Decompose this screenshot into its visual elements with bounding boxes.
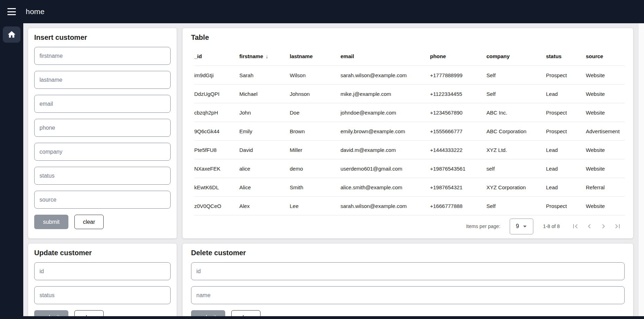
lastname-input[interactable] bbox=[34, 71, 171, 89]
cell-firstname: John bbox=[239, 110, 290, 116]
cell-email: mike.j@example.com bbox=[341, 91, 430, 97]
email-input[interactable] bbox=[34, 95, 171, 113]
cell-phone: +1122334455 bbox=[430, 91, 486, 97]
cell-source: Website bbox=[586, 203, 625, 209]
table-header-row: _idfirstname↓lastnameemailphonecompanyst… bbox=[194, 47, 625, 66]
column-header-firstname[interactable]: firstname↓ bbox=[239, 53, 290, 59]
table-row: DdzUgQPIMichaelJohnsonmike.j@example.com… bbox=[194, 84, 625, 103]
card-title: Delete customer bbox=[191, 244, 625, 257]
column-label: company bbox=[486, 53, 510, 59]
paginator-range-label: 1-8 of 8 bbox=[543, 223, 560, 229]
scrollbar-track[interactable] bbox=[639, 23, 644, 319]
cell-company: self bbox=[486, 166, 546, 172]
cell-lastname: Smith bbox=[290, 184, 341, 190]
previous-page-button[interactable] bbox=[582, 219, 596, 233]
cell-lastname: Johnson bbox=[290, 91, 341, 97]
cell-source: Advertisement bbox=[586, 128, 625, 134]
top-navbar: home bbox=[0, 0, 644, 23]
table-body: im9dGtjiSarahWilsonsarah.wilson@example.… bbox=[194, 66, 625, 215]
cell-firstname: Alice bbox=[239, 184, 290, 190]
cell-email: userdemo601@gmail.com bbox=[341, 166, 430, 172]
cell-lastname: Miller bbox=[290, 147, 341, 153]
cell-phone: +1777888999 bbox=[430, 72, 486, 78]
cell-_id: NXaxeFEK bbox=[194, 166, 239, 172]
cell-firstname: Alex bbox=[239, 203, 290, 209]
cell-status: Prospect bbox=[546, 110, 586, 116]
id-input[interactable] bbox=[34, 262, 171, 280]
cell-_id: z0V0QCeO bbox=[194, 203, 239, 209]
cell-firstname: Michael bbox=[239, 91, 290, 97]
first-page-button[interactable] bbox=[568, 219, 582, 233]
cell-company: XYZ Ltd. bbox=[486, 147, 546, 153]
cell-company: Self bbox=[486, 203, 546, 209]
cell-status: Prospect bbox=[546, 203, 586, 209]
cell-email: david.m@example.com bbox=[341, 147, 430, 153]
cell-firstname: David bbox=[239, 147, 290, 153]
column-header-email[interactable]: email bbox=[341, 53, 430, 59]
status-input[interactable] bbox=[34, 167, 171, 185]
column-label: _id bbox=[194, 53, 202, 59]
cell-_id: cbzqh2pH bbox=[194, 110, 239, 116]
last-page-button[interactable] bbox=[611, 219, 625, 233]
firstname-input[interactable] bbox=[34, 47, 171, 65]
cell-status: Lead bbox=[546, 166, 586, 172]
cell-status: Prospect bbox=[546, 128, 586, 134]
table-card: Table _idfirstname↓lastnameemailphonecom… bbox=[182, 28, 633, 239]
insert-submit-button[interactable]: submit bbox=[34, 215, 68, 229]
column-header-phone[interactable]: phone bbox=[430, 53, 486, 59]
id-input[interactable] bbox=[191, 262, 625, 280]
bottom-edge bbox=[0, 316, 644, 319]
column-header-status[interactable]: status bbox=[546, 53, 586, 59]
cell-_id: Pte5fFU8 bbox=[194, 147, 239, 153]
table-row: 9Q6cGk44EmilyBrownemily.brown@example.co… bbox=[194, 122, 625, 140]
cell-status: Lead bbox=[546, 184, 586, 190]
table-row: im9dGtjiSarahWilsonsarah.wilson@example.… bbox=[194, 66, 625, 84]
home-icon bbox=[7, 30, 16, 39]
column-header-lastname[interactable]: lastname bbox=[290, 53, 341, 59]
cell-firstname: alice bbox=[239, 166, 290, 172]
column-header-source[interactable]: source bbox=[586, 53, 625, 59]
cell-_id: DdzUgQPI bbox=[194, 91, 239, 97]
cell-email: emily.brown@example.com bbox=[341, 128, 430, 134]
status-input[interactable] bbox=[34, 286, 171, 304]
cell-lastname: demo bbox=[290, 166, 341, 172]
cell-firstname: Sarah bbox=[239, 72, 290, 78]
cell-source: Website bbox=[586, 166, 625, 172]
source-input[interactable] bbox=[34, 191, 171, 209]
column-label: firstname bbox=[239, 53, 263, 59]
table-row: z0V0QCeOAlexLeesarah.wilson@example.com+… bbox=[194, 196, 625, 215]
cell-phone: +19876543561 bbox=[430, 166, 486, 172]
next-page-button[interactable] bbox=[596, 219, 611, 233]
table-row: kEwtK6DLAliceSmithalice.smith@example.co… bbox=[194, 178, 625, 196]
cell-source: Website bbox=[586, 147, 625, 153]
chevron-down-icon bbox=[523, 226, 527, 227]
cell-lastname: Doe bbox=[290, 110, 341, 116]
cell-lastname: Brown bbox=[290, 128, 341, 134]
first-page-icon bbox=[571, 222, 579, 231]
cell-lastname: Lee bbox=[290, 203, 341, 209]
menu-icon[interactable] bbox=[7, 8, 16, 15]
insert-clear-button[interactable]: clear bbox=[74, 215, 104, 229]
update-customer-card: Update customer submit clear bbox=[28, 243, 177, 319]
cell-phone: +1666777888 bbox=[430, 203, 486, 209]
insert-customer-card: Insert customer submit clear bbox=[28, 28, 177, 239]
page-size-select[interactable]: 9 bbox=[510, 219, 533, 234]
company-input[interactable] bbox=[34, 143, 171, 161]
column-header-company[interactable]: company bbox=[486, 53, 546, 59]
cell-_id: kEwtK6DL bbox=[194, 184, 239, 190]
column-label: source bbox=[586, 53, 603, 59]
cell-phone: +1987654321 bbox=[430, 184, 486, 190]
sidebar-item-home[interactable] bbox=[3, 26, 20, 43]
name-input[interactable] bbox=[191, 286, 625, 304]
phone-input[interactable] bbox=[34, 119, 171, 137]
column-header-_id[interactable]: _id bbox=[194, 53, 239, 59]
cell-phone: +1234567890 bbox=[430, 110, 486, 116]
cell-_id: 9Q6cGk44 bbox=[194, 128, 239, 134]
cell-status: Prospect bbox=[546, 72, 586, 78]
delete-customer-card: Delete customer submit clear bbox=[182, 243, 633, 319]
chevron-left-icon bbox=[585, 222, 594, 231]
table-row: Pte5fFU8DavidMillerdavid.m@example.com+1… bbox=[194, 140, 625, 159]
cell-source: Referral bbox=[586, 184, 625, 190]
card-title: Insert customer bbox=[34, 28, 171, 42]
cell-email: alice.smith@example.com bbox=[341, 184, 430, 190]
